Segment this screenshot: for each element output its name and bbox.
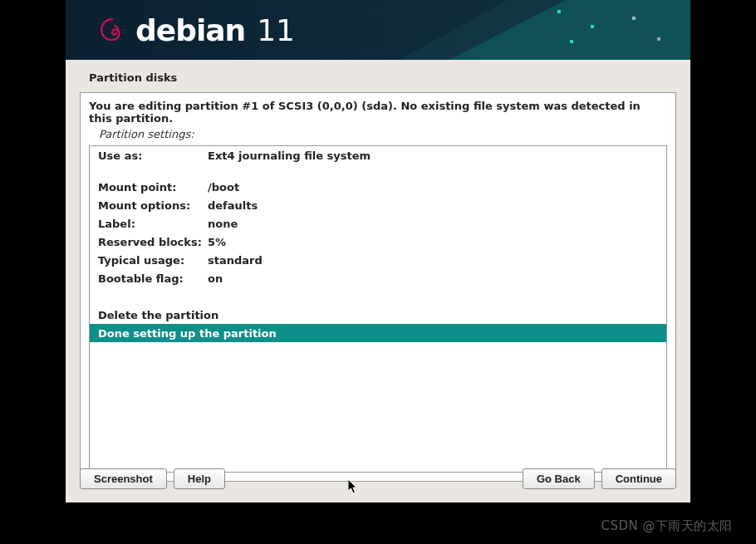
setting-use-as[interactable]: Use as: Ext4 journaling file system <box>90 146 666 164</box>
setting-label: Mount options: <box>98 199 208 212</box>
setting-label-field[interactable]: Label: none <box>90 214 666 233</box>
setting-value: Ext4 journaling file system <box>208 149 371 162</box>
settings-subtitle: Partition settings: <box>89 128 667 140</box>
setting-mount-options[interactable]: Mount options: defaults <box>90 196 666 214</box>
setting-label: Use as: <box>98 149 208 162</box>
svg-rect-4 <box>570 40 573 43</box>
action-delete-partition[interactable]: Delete the partition <box>90 306 666 324</box>
setting-reserved-blocks[interactable]: Reserved blocks: 5% <box>90 233 666 251</box>
watermark: CSDN @下雨天的太阳 <box>601 518 733 534</box>
setting-label: Label: <box>98 218 208 230</box>
setting-bootable-flag[interactable]: Bootable flag: on <box>90 269 666 287</box>
page-title: Partition disks <box>66 60 690 92</box>
setting-label: Typical usage: <box>98 254 208 267</box>
svg-rect-5 <box>632 17 636 20</box>
brand-version: 11 <box>257 13 295 47</box>
setting-value: standard <box>208 254 263 267</box>
debian-logo: debian 11 <box>99 13 295 47</box>
action-done-setting-up[interactable]: Done setting up the partition <box>90 324 666 342</box>
help-button[interactable]: Help <box>174 468 225 489</box>
setting-mount-point[interactable]: Mount point: /boot <box>90 178 666 196</box>
brand-name: debian <box>135 13 245 47</box>
settings-panel: Use as: Ext4 journaling file system Moun… <box>89 145 667 473</box>
instruction-text: You are editing partition #1 of SCSI3 (0… <box>89 100 667 125</box>
svg-rect-2 <box>557 10 561 13</box>
setting-value: none <box>208 218 238 230</box>
button-bar: Screenshot Help Go Back Continue <box>80 468 676 489</box>
setting-value: on <box>208 272 223 285</box>
setting-label: Mount point: <box>98 181 208 194</box>
header-decoration <box>400 0 690 60</box>
setting-value: 5% <box>208 236 226 248</box>
setting-value: defaults <box>208 199 258 212</box>
setting-value: /boot <box>208 181 239 194</box>
installer-window: debian 11 Partition disks You are editin… <box>66 0 690 502</box>
header-banner: debian 11 <box>66 0 690 60</box>
go-back-button[interactable]: Go Back <box>523 468 595 489</box>
continue-button[interactable]: Continue <box>601 468 676 489</box>
content-card: You are editing partition #1 of SCSI3 (0… <box>80 92 676 482</box>
setting-typical-usage[interactable]: Typical usage: standard <box>90 251 666 269</box>
svg-rect-6 <box>657 37 660 41</box>
screenshot-button[interactable]: Screenshot <box>80 468 167 489</box>
svg-rect-3 <box>591 25 594 28</box>
setting-label: Bootable flag: <box>98 272 208 285</box>
setting-label: Reserved blocks: <box>98 236 208 248</box>
debian-swirl-icon <box>99 17 125 43</box>
